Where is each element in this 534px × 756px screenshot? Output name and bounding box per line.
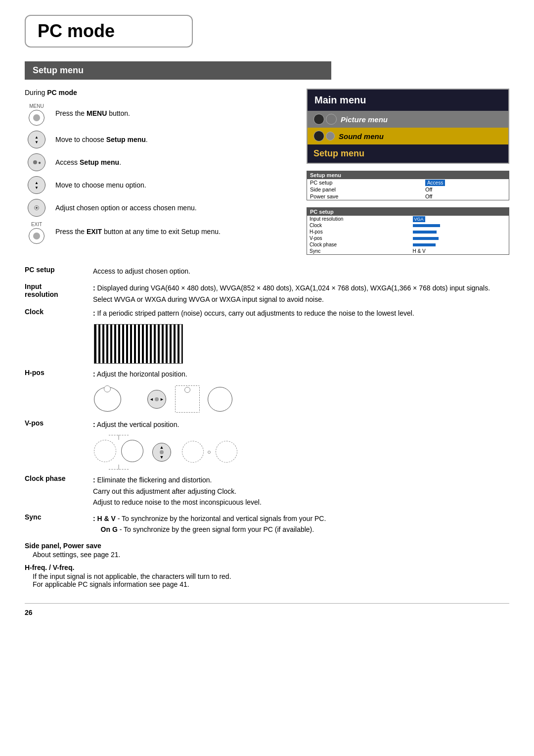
menu-label: MENU [29, 103, 44, 109]
term-input-label: Input resolution [25, 283, 84, 298]
term-sync-label: Sync [25, 513, 84, 521]
page-number-area: 26 [25, 603, 509, 616]
hpos-diagram: ◄ ► [94, 384, 509, 414]
term-input-desc: : Displayed during VGA(640 × 480 dots), … [93, 283, 509, 305]
dpad-updown-button[interactable]: ▲ ▼ [28, 131, 45, 148]
vpos-dpad[interactable]: ▲ ▼ [152, 443, 171, 462]
term-pc-setup-desc: Access to adjust chosen option. [93, 266, 509, 277]
step5-text: Adjust chosen option or access chosen me… [55, 199, 197, 213]
term-hfreq-desc2: For applicable PC signals information se… [25, 580, 509, 588]
term-hpos-desc: : Adjust the horizontal position. [93, 369, 509, 379]
pc-setup-small-box: PC setup Input resolution VGA Clock H-po… [307, 207, 509, 255]
dpad-updown2-button[interactable]: ▲ ▼ [28, 176, 45, 194]
vpos-diagram: ▲ ▼ [94, 435, 509, 470]
term-pc-setup: PC setup Access to adjust chosen option. [25, 266, 509, 277]
term-clock-label: Clock [25, 308, 84, 316]
term-side-panel-label: Side panel, Power save [25, 542, 509, 550]
term-vpos-desc: : Adjust the vertical position. [93, 419, 509, 430]
sound-menu-label: Sound menu [339, 132, 384, 141]
picture-menu-label: Picture menu [341, 115, 388, 124]
step1-text: Press the MENU button. [55, 103, 130, 119]
term-sync: Sync : H & V - To synchronize by the hor… [25, 513, 509, 535]
term-clock-phase: Clock phase : Eliminate the flickering a… [25, 474, 509, 508]
setup-row-power-save: Power save Off [307, 193, 509, 200]
term-clock-desc: : If a periodic striped pattern (noise) … [93, 308, 509, 319]
page-title: PC mode [25, 15, 193, 47]
pc-setup-row-hpos: H-pos [307, 229, 509, 235]
term-hfreq-label: H-freq. / V-freq. [25, 564, 509, 571]
picture-menu-item: Picture menu [308, 111, 508, 128]
step3-text: Access Setup menu. [55, 153, 121, 168]
terms-section: PC setup Access to adjust chosen option.… [25, 266, 509, 588]
term-vpos: V-pos : Adjust the vertical position. [25, 419, 509, 430]
sound-menu-item: Sound menu [308, 128, 508, 144]
ok2-button[interactable] [28, 199, 45, 217]
term-clock-phase-desc: : Eliminate the flickering and distortio… [93, 474, 509, 508]
term-input-resolution: Input resolution : Displayed during VGA(… [25, 283, 509, 305]
main-menu-diagram: Main menu Picture menu Sound menu [307, 89, 509, 164]
term-vpos-label: V-pos [25, 419, 84, 427]
term-hfreq-desc1: If the input signal is not applicable, t… [25, 572, 509, 580]
setup-menu-item: Setup menu [308, 144, 508, 163]
hpos-dpad[interactable]: ◄ ► [147, 390, 166, 409]
pc-setup-row-clock-phase: Clock phase [307, 241, 509, 248]
pc-setup-row-sync: Sync H & V [307, 248, 509, 254]
setup-menu-label: Setup menu [313, 148, 364, 159]
setup-row-side-panel: Side panel Off [307, 186, 509, 193]
setup-menu-section: Setup menu During PC mode MENU Press the… [25, 61, 509, 255]
setup-menu-small-box: Setup menu PC setup Access Side panel Of… [307, 171, 509, 200]
step2-text: Move to choose Setup menu. [55, 131, 148, 145]
ok-button[interactable]: ● [28, 153, 45, 171]
term-pc-setup-label: PC setup [25, 266, 84, 274]
main-menu-title: Main menu [308, 90, 508, 111]
setup-row-pc-setup: PC setup Access [307, 179, 509, 186]
term-side-panel: Side panel, Power save About settings, s… [25, 542, 509, 559]
step4-text: Move to choose menu option. [55, 176, 146, 190]
pc-setup-small-header: PC setup [307, 208, 509, 216]
term-side-panel-desc: About settings, see page 21. [25, 551, 509, 559]
pc-setup-row-clock: Clock [307, 222, 509, 229]
pc-setup-row-vpos: V-pos [307, 235, 509, 241]
term-hpos: H-pos : Adjust the horizontal position. [25, 369, 509, 379]
setup-menu-small-header: Setup menu [307, 171, 509, 179]
step6-text: Press the EXIT button at any time to exi… [55, 222, 221, 237]
exit-label: EXIT [31, 222, 42, 227]
term-hfreq-vfreq: H-freq. / V-freq. If the input signal is… [25, 564, 509, 588]
term-sync-desc: : H & V - To synchronize by the horizont… [93, 513, 509, 535]
pc-setup-row-input-res: Input resolution VGA [307, 216, 509, 222]
intro-text: During PC mode [25, 89, 292, 96]
page-number: 26 [25, 609, 33, 616]
section-header: Setup menu [25, 61, 331, 80]
clock-stripes-image [94, 324, 183, 364]
term-clock-phase-label: Clock phase [25, 474, 84, 482]
menu-button[interactable] [29, 110, 44, 126]
term-hpos-label: H-pos [25, 369, 84, 377]
exit-button[interactable] [29, 228, 44, 244]
term-clock: Clock : If a periodic striped pattern (n… [25, 308, 509, 319]
